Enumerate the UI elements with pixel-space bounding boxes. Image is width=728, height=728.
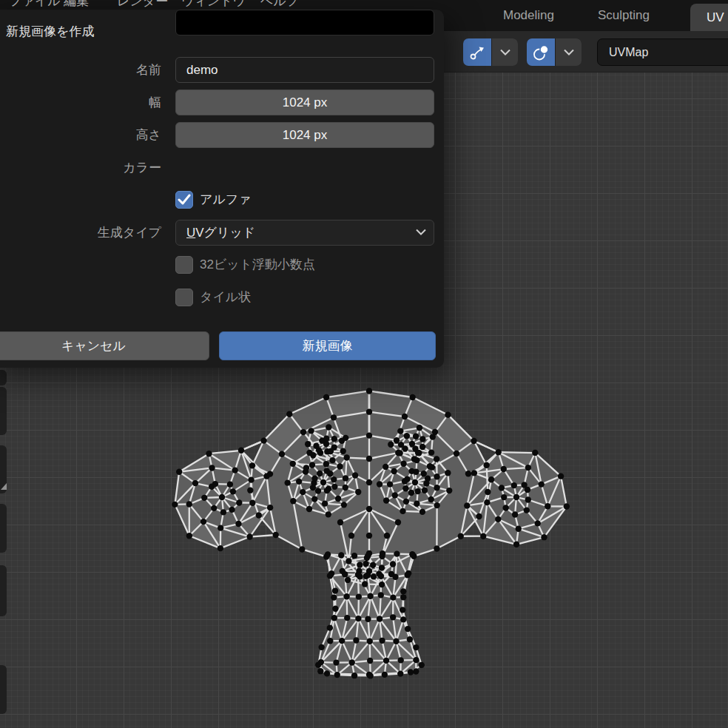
height-field[interactable]: 1024 px: [175, 122, 434, 148]
proportional-falloff-dropdown[interactable]: [556, 38, 582, 66]
chevron-down-icon: [416, 229, 426, 235]
uvmap-selector[interactable]: UVMap: [597, 38, 728, 66]
generated-type-dropdown[interactable]: UVグリッド: [175, 220, 434, 246]
tab-sculpting[interactable]: Sculpting: [598, 0, 650, 31]
tiled-label: タイル状: [200, 289, 251, 306]
snap-toggle-button[interactable]: [463, 38, 491, 66]
width-field[interactable]: 1024 px: [175, 90, 434, 115]
color-label: カラー: [0, 155, 161, 181]
dialog-title: 新規画像を作成: [6, 23, 94, 40]
toolbar-button-partial[interactable]: [0, 665, 7, 714]
snap-button-group: [463, 38, 518, 66]
name-label: 名前: [0, 57, 161, 83]
color-swatch[interactable]: [175, 10, 434, 36]
dropdown-value-accel: U: [186, 226, 195, 240]
menu-window[interactable]: ウィンドウ: [181, 0, 246, 10]
menu-help[interactable]: ヘルプ: [260, 0, 299, 10]
name-input[interactable]: demo: [175, 57, 434, 83]
toolbar-button-partial[interactable]: [0, 387, 7, 435]
tab-uv-active[interactable]: UV: [690, 4, 728, 31]
proportional-circles-icon: [532, 44, 550, 61]
proportional-editing-toggle-button[interactable]: [527, 38, 555, 66]
toolbar-button-partial[interactable]: [0, 370, 7, 385]
cancel-button[interactable]: キャンセル: [0, 331, 209, 360]
snap-arc-icon: [468, 44, 486, 61]
tiled-checkbox[interactable]: [175, 289, 193, 306]
new-image-dialog: 新規画像を作成 名前 demo 幅 1024 px 高さ 1024 px カラー…: [0, 10, 444, 368]
menu-file[interactable]: ファイル: [9, 0, 61, 10]
chevron-down-icon: [500, 49, 510, 55]
chevron-down-icon: [564, 49, 574, 55]
height-label: 高さ: [0, 122, 161, 148]
menu-edit[interactable]: 編集: [64, 0, 89, 10]
tool-flyout-indicator-icon: [1, 483, 7, 490]
float32-label: 32ビット浮動小数点: [200, 256, 315, 274]
menu-render[interactable]: レンダー: [117, 0, 168, 10]
float32-checkbox[interactable]: [175, 256, 193, 274]
new-image-button[interactable]: 新規画像: [219, 331, 436, 360]
width-label: 幅: [0, 90, 161, 115]
generated-type-label: 生成タイプ: [0, 220, 161, 246]
blender-window: ファイル 編集 レンダー ウィンドウ ヘルプ Layout Modeling S…: [0, 0, 728, 728]
alpha-label: アルファ: [200, 191, 252, 209]
toolbar-button-partial[interactable]: [0, 565, 7, 616]
snap-options-dropdown[interactable]: [492, 38, 518, 66]
proportional-button-group: [527, 38, 582, 66]
toolbar-button-partial[interactable]: [0, 504, 7, 553]
tab-modeling[interactable]: Modeling: [503, 0, 554, 31]
checkmark-icon: [178, 194, 191, 206]
dropdown-value: Vグリッド: [195, 226, 255, 240]
alpha-checkbox[interactable]: [175, 191, 193, 209]
